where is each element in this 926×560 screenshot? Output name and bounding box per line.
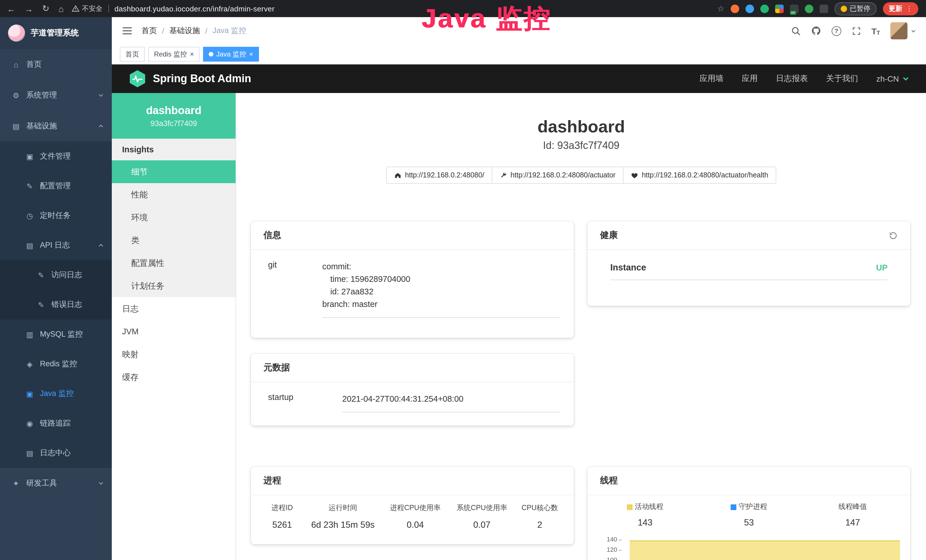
breadcrumb: 首页 / 基础设施 / Java 监控 [141,26,247,36]
info-card: 信息 git commit: time: 1596289704000 id: 2… [251,221,574,338]
chevron-down-icon [98,480,104,486]
sba-nav-wallboard[interactable]: 应用墙 [699,74,723,84]
sidebar-item-api-log[interactable]: ▤ API 日志 [0,230,112,260]
close-icon[interactable]: × [249,51,253,58]
sidebar-item-file-manage[interactable]: ▣ 文件管理 [0,141,112,171]
heartbeat-icon [631,171,638,179]
security-label: 不安全 [82,4,102,14]
sba-menu-caches[interactable]: 缓存 [112,366,236,389]
process-col-uptime: 运行时间 6d 23h 15m 59s [305,503,380,530]
extension-grid-icon[interactable] [775,4,784,13]
help-icon[interactable] [831,26,841,36]
active-dot [209,52,213,56]
breadcrumb-infra[interactable]: 基础设施 [169,26,200,36]
home-icon: ⌂ [11,60,21,69]
process-col-system-cpu: 系统CPU使用率 0.07 [450,503,514,530]
app-logo-avatar [8,24,25,42]
sidebar-item-trace[interactable]: ◉ 链路追踪 [0,409,112,438]
chevron-up-icon [98,123,104,129]
legend-blue-swatch [731,504,736,510]
bookmark-star-icon[interactable]: ☆ [717,4,724,13]
app-title: 芋道管理系统 [31,28,79,38]
tab-home[interactable]: 首页 [120,47,145,62]
back-button[interactable]: ← [7,4,15,14]
sidebar-item-redis-monitor[interactable]: ◈ Redis 监控 [0,349,112,379]
sidebar-item-home[interactable]: ⌂ 首页 [0,49,112,80]
emoji-face-icon [841,5,847,12]
log-center-icon: ▤ [25,449,34,457]
history-icon[interactable] [889,231,898,240]
extension-leaf-icon[interactable] [805,4,813,13]
sidebar-item-java-monitor[interactable]: ▣ Java 监控 [0,379,112,409]
extension-green-icon[interactable] [760,4,769,13]
admin-app: 芋道管理系统 ⌂ 首页 ⚙ 系统管理 ▤ 基础设施 ▣ 文件管理 ✎ [0,17,926,560]
sidebar-item-system[interactable]: ⚙ 系统管理 [0,80,112,111]
extension-fox-icon[interactable] [731,4,739,13]
extension-on-icon[interactable]: on [790,4,799,13]
sba-menu-logs[interactable]: 日志 [112,297,236,320]
instance-header[interactable]: dashboard 93a3fc7f7409 [112,93,236,139]
sidebar-item-access-log[interactable]: ✎ 访问日志 [0,260,112,290]
legend-peak-threads: 线程峰值 147 [801,502,905,528]
sba-menu-performance[interactable]: 性能 [112,183,236,206]
trace-icon: ◉ [25,419,34,428]
sidebar-collapse-icon[interactable] [122,27,132,35]
sidebar-item-infra[interactable]: ▤ 基础设施 [0,111,112,141]
github-icon[interactable] [811,26,821,36]
instance-id: 93a3fc7f7409 [112,119,236,127]
health-instance-label: Instance [610,262,646,273]
sba-menu-scheduled-tasks[interactable]: 计划任务 [112,274,236,297]
sba-nav-journal[interactable]: 日志报表 [776,74,808,84]
close-icon[interactable]: × [190,51,194,58]
tags-view-bar: 首页 Redis 监控 × Java 监控 × [112,44,926,65]
chrome-update-button[interactable]: 更新 ⋮ [883,2,918,15]
forward-button[interactable]: → [24,4,33,14]
search-icon[interactable] [791,26,800,36]
actuator-url-link[interactable]: http://192.168.0.2:48080/actuator [492,166,623,184]
chevron-down-icon [98,92,104,98]
api-log-icon: ▤ [25,241,34,250]
error-log-icon: ✎ [36,300,45,309]
process-col-pid: 进程ID 5261 [259,503,305,530]
home-button[interactable]: ⌂ [59,4,64,14]
sba-menu-config-props[interactable]: 配置属性 [112,251,236,274]
sidebar-item-config-manage[interactable]: ✎ 配置管理 [0,171,112,201]
breadcrumb-home[interactable]: 首页 [141,26,157,36]
breadcrumb-current: Java 监控 [212,26,247,36]
sidebar-item-devtools[interactable]: ✦ 研发工具 [0,468,112,499]
app-logo-row[interactable]: 芋道管理系统 [0,17,112,49]
sba-menu-environment[interactable]: 环境 [112,206,236,229]
sidebar-item-scheduled-jobs[interactable]: ◷ 定时任务 [0,201,112,230]
address-bar[interactable]: dashboard.yudao.iocoder.cn/infra/admin-s… [114,4,274,13]
sba-menu-jvm[interactable]: JVM [112,320,236,343]
extension-drop-icon[interactable] [746,4,754,13]
sidebar-item-mysql-monitor[interactable]: ▥ MySQL 监控 [0,319,112,349]
sba-menu-classes[interactable]: 类 [112,229,236,251]
sidebar-item-log-center[interactable]: ▤ 日志中心 [0,438,112,468]
sidebar-item-error-log[interactable]: ✎ 错误日志 [0,290,112,319]
health-instance-row[interactable]: Instance UP [610,262,888,280]
wrench-icon [500,171,507,179]
process-card: 进程 进程ID 5261 运行时间 6d 23h 15m 59s 进程CPU使用… [251,467,574,544]
tab-redis-monitor[interactable]: Redis 监控 × [148,47,200,62]
paused-badge[interactable]: 已暂停 [834,2,877,15]
user-menu[interactable] [890,22,916,39]
security-indicator[interactable]: 不安全 [71,4,102,14]
health-url-link[interactable]: http://192.168.0.2:48080/actuator/health [623,166,776,184]
extensions-puzzle-icon[interactable] [820,4,828,13]
font-size-icon[interactable]: TT [871,26,880,36]
chevron-up-icon [98,242,104,248]
legend-yellow-swatch [627,504,632,510]
instance-links: http://192.168.0.2:48080/ http://192.168… [236,166,926,184]
sba-locale-select[interactable]: zh-CN [876,74,909,83]
tab-java-monitor[interactable]: Java 监控 × [203,47,259,62]
legend-live-threads: 活动线程 143 [593,502,697,528]
fullscreen-icon[interactable] [851,26,861,36]
sba-nav-about[interactable]: 关于我们 [826,74,858,84]
sba-menu-mappings[interactable]: 映射 [112,343,236,366]
health-card: 健康 Instance UP [587,221,910,306]
reload-button[interactable]: ↻ [42,3,49,14]
sba-nav-applications[interactable]: 应用 [742,74,758,84]
sba-menu-details[interactable]: 细节 [112,160,236,183]
service-url-link[interactable]: http://192.168.0.2:48080/ [386,166,492,184]
